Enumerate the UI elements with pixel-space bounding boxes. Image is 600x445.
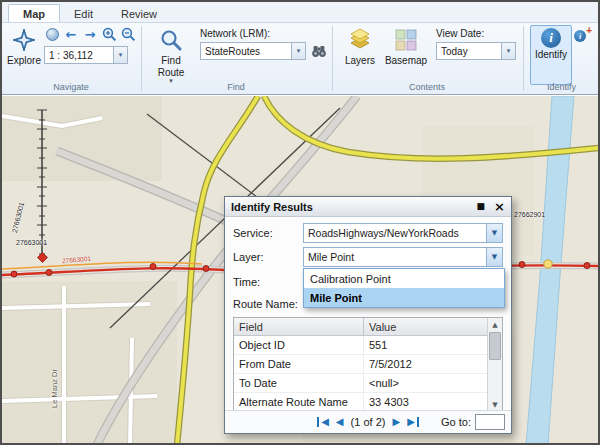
value-cell: 551 (364, 336, 487, 354)
tab-edit[interactable]: Edit (60, 5, 107, 22)
network-lrm-value: StateRoutes (201, 46, 291, 57)
table-row[interactable]: Object ID 551 (234, 336, 487, 355)
full-extent-icon[interactable] (44, 26, 60, 42)
layer-value: Mile Point (304, 251, 486, 263)
network-lrm-label: Network (LRM): (200, 28, 270, 39)
last-page-icon[interactable]: ▶ (407, 417, 419, 427)
route-label-left: 27663001 (16, 239, 47, 246)
chevron-down-icon[interactable]: ▼ (486, 224, 502, 242)
previous-page-icon[interactable]: ◀ (336, 417, 344, 427)
find-route-button[interactable]: Find Route ▾ (149, 25, 193, 87)
map-scale-combo[interactable]: 1 : 36,112 ▾ (44, 46, 128, 64)
basemap-button[interactable]: Basemap (383, 25, 429, 83)
tab-map[interactable]: Map (8, 4, 60, 22)
identify-button[interactable]: i Identify (530, 25, 572, 85)
layers-label: Layers (345, 55, 375, 66)
identify-options-button[interactable]: i + (574, 27, 592, 45)
ribbon-body: Explore ← → 1 : 36,112 ▾ Navigate (2, 23, 598, 93)
dropdown-option-calibration-point[interactable]: Calibration Point (304, 269, 504, 288)
dropdown-option-mile-point[interactable]: Mile Point (304, 288, 504, 307)
chevron-down-icon[interactable]: ▼ (486, 248, 502, 266)
minimize-icon[interactable]: ■ (477, 202, 486, 211)
pagination-bar: ◀ ◀ (1 of 2) ▶ ▶ Go to: (225, 410, 511, 433)
value-cell: 7/5/2012 (364, 355, 487, 373)
scroll-up-icon[interactable]: ▲ (488, 318, 502, 331)
identify-icon: i (541, 28, 561, 48)
page-indicator: (1 of 2) (351, 416, 386, 428)
map-scale-value: 1 : 36,112 (45, 50, 113, 61)
route-label-right: 27662901 (514, 211, 545, 218)
value-column-header: Value (364, 318, 487, 335)
chevron-down-icon[interactable]: ▾ (113, 47, 127, 63)
identify-mini-icon: i (574, 30, 586, 42)
field-cell: Alternate Route Name (234, 393, 364, 411)
dialog-title: Identify Results (231, 201, 468, 213)
previous-extent-icon[interactable]: ← (63, 26, 79, 42)
view-date-value: Today (437, 46, 501, 57)
navigate-group-label: Navigate (2, 82, 140, 92)
first-page-icon[interactable]: ◀ (317, 417, 329, 427)
identify-results-dialog: Identify Results ■ × Service: RoadsHighw… (224, 196, 512, 434)
route-name-label: Route Name: (233, 298, 298, 310)
explore-button[interactable]: Explore (6, 25, 42, 83)
next-extent-icon[interactable]: → (82, 26, 98, 42)
identify-group-label: Identify (523, 82, 600, 92)
value-cell: 33 4303 (364, 393, 487, 411)
table-row[interactable]: To Date <null> (234, 374, 487, 393)
table-header-row: Field Value (234, 318, 487, 336)
map-canvas[interactable]: 27663001 27663001 27663001 27662901 Le M… (2, 96, 598, 445)
binoculars-icon[interactable] (311, 43, 327, 63)
chevron-down-icon[interactable]: ▾ (501, 43, 515, 59)
goto-input[interactable] (475, 414, 505, 430)
ribbon: Map Edit Review Explore ← → (2, 2, 598, 95)
next-page-icon[interactable]: ▶ (392, 417, 400, 427)
service-combo[interactable]: RoadsHighways/NewYorkRoads ▼ (303, 223, 503, 243)
table-row[interactable]: From Date 7/5/2012 (234, 355, 487, 374)
layers-button[interactable]: Layers (339, 25, 381, 83)
basemap-label: Basemap (385, 55, 427, 66)
view-date-combo[interactable]: Today ▾ (436, 42, 516, 60)
layer-label: Layer: (233, 251, 303, 263)
find-route-label-1: Find (161, 55, 180, 66)
dialog-title-bar[interactable]: Identify Results ■ × (225, 197, 511, 217)
compass-icon (12, 28, 36, 54)
contents-group-label: Contents (332, 82, 522, 92)
goto-label: Go to: (441, 416, 471, 428)
layer-row: Layer: Mile Point ▼ (233, 247, 503, 267)
value-cell: <null> (364, 374, 487, 392)
service-row: Service: RoadsHighways/NewYorkRoads ▼ (233, 223, 503, 243)
explore-label: Explore (7, 55, 41, 66)
find-group-label: Find (141, 82, 331, 92)
magnifier-icon (159, 28, 183, 54)
layer-combo[interactable]: Mile Point ▼ (303, 247, 503, 267)
chevron-down-icon[interactable]: ▾ (291, 43, 305, 59)
service-label: Service: (233, 227, 303, 239)
field-column-header: Field (234, 318, 364, 335)
attributes-table: Field Value Object ID 551 From Date 7/5/… (233, 317, 503, 412)
plus-icon: + (586, 25, 592, 36)
scrollbar-thumb[interactable] (489, 332, 501, 360)
field-cell: To Date (234, 374, 364, 392)
network-lrm-combo[interactable]: StateRoutes ▾ (200, 42, 306, 60)
view-date-label: View Date: (436, 28, 484, 39)
service-value: RoadsHighways/NewYorkRoads (304, 227, 486, 239)
table-scrollbar[interactable]: ▲ ▼ (487, 318, 502, 411)
layer-dropdown-list: Calibration Point Mile Point (303, 268, 505, 308)
ribbon-tabs: Map Edit Review (2, 2, 598, 23)
street-name-label: Le Manz Dr (50, 359, 59, 419)
close-icon[interactable]: × (494, 200, 505, 213)
navigation-tools: ← → (44, 26, 136, 42)
zoom-out-icon[interactable] (120, 26, 136, 42)
time-label: Time: (233, 276, 303, 288)
layers-icon (348, 28, 372, 54)
basemap-icon (394, 28, 418, 54)
application-window: Map Edit Review Explore ← → (0, 0, 600, 445)
tab-review[interactable]: Review (107, 5, 171, 22)
field-cell: Object ID (234, 336, 364, 354)
zoom-in-icon[interactable] (101, 26, 117, 42)
field-cell: From Date (234, 355, 364, 373)
identify-label: Identify (535, 49, 567, 60)
